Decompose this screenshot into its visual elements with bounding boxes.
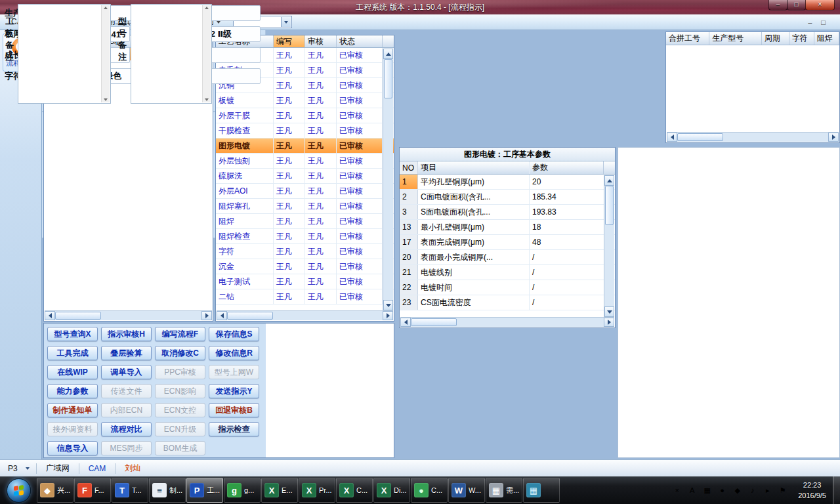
action-button[interactable]: 回退审核B [209,403,259,417]
tray-icon[interactable]: ◆ [732,486,742,495]
tray-icon[interactable]: ▦ [702,486,712,495]
tray-icon[interactable]: ● [717,486,727,495]
taskbar-button[interactable]: ◆ 兴... [37,478,74,503]
column-header-cycle[interactable]: 周期 [762,32,789,45]
taskbar-button[interactable]: X E... [261,478,298,503]
model-notes-textarea[interactable] [131,4,212,104]
process-table-row[interactable]: 外层干膜 王凡 王凡 已审核 [216,108,394,123]
action-button[interactable]: 叠层验算 [101,346,152,360]
product-table-hscrollbar[interactable] [45,310,212,320]
action-button[interactable]: ECN升级 [155,422,205,436]
process-table-row[interactable]: 板镀 王凡 王凡 已审核 [216,93,394,108]
merge-table-hscrollbar[interactable] [667,132,839,142]
taskbar-button[interactable]: ▦ [523,478,560,503]
column-header-no[interactable]: NO [400,161,418,174]
scrollbar-thumb[interactable] [411,318,457,326]
process-table-row[interactable]: 阻焊 王凡 王凡 已审核 [216,214,394,229]
start-button[interactable] [7,478,31,503]
params-table-row[interactable]: 2 C面电镀面积(含孔... 185.34 [400,190,615,205]
action-button[interactable]: 保存信息S [209,327,259,341]
process-table-row[interactable]: 字符 王凡 王凡 已审核 [216,244,394,259]
taskbar-button[interactable]: ▦ 需... [486,478,522,503]
params-table-row[interactable]: 23 CS面电流密度 / [400,295,615,310]
process-table-vscrollbar[interactable] [383,49,393,310]
scroll-down-button[interactable] [383,300,393,310]
action-button[interactable]: 取消修改C [155,346,205,360]
column-header-writer[interactable]: 编写 [274,35,305,47]
taskbar-button[interactable]: X Di... [373,478,410,503]
params-table-hscrollbar[interactable] [400,317,614,327]
process-table-row[interactable]: 阻焊检查 王凡 王凡 已审核 [216,229,394,244]
scrollbar-track[interactable] [723,133,828,142]
action-button[interactable]: 制作通知单 [47,403,98,417]
process-table-row[interactable]: 外层AOI 王凡 王凡 已审核 [216,184,394,199]
taskbar-button[interactable]: T T... [112,478,148,503]
action-button[interactable]: 信息导入 [47,441,98,455]
mdi-minimize-button[interactable]: – [808,18,812,26]
action-button[interactable]: MES同步 [101,441,152,455]
scroll-up-button[interactable] [604,175,614,186]
combobox-dropdown-button[interactable] [281,17,291,27]
scrollbar-thumb[interactable] [605,186,614,225]
params-table-row[interactable]: 22 电镀时间 / [400,280,615,295]
taskbar-button[interactable]: ● C... [411,478,448,503]
params-table-vscrollbar[interactable] [604,175,614,317]
taskbar-button[interactable]: ≡ 制... [149,478,186,503]
window-close-button[interactable]: × [805,0,835,10]
action-button[interactable]: 指示检查 [209,422,259,436]
action-button[interactable]: BOM生成 [155,441,205,455]
window-maximize-button[interactable]: □ [787,0,806,10]
scrollbar-track[interactable] [604,225,614,306]
scrollbar-thumb[interactable] [677,133,723,141]
column-header-legend[interactable]: 字符 [789,32,814,45]
taskbar-button[interactable]: X C... [336,478,373,503]
params-table-row[interactable]: 13 最小孔壁铜厚(μm) 18 [400,220,615,235]
taskbar-button[interactable]: P 工... [186,478,223,503]
taskbar-clock[interactable]: 22:23 2016/9/5 [791,480,833,501]
scroll-left-button[interactable] [45,311,55,320]
action-button[interactable]: 工具完成 [47,346,98,360]
show-desktop-button[interactable] [833,476,840,504]
action-button[interactable]: 发送指示Y [209,384,259,398]
window-minimize-button[interactable]: – [768,0,788,10]
action-button[interactable]: 指示审核H [101,327,152,341]
process-table-hscrollbar[interactable] [217,310,393,320]
params-table-row[interactable]: 1 平均孔壁铜厚(μm) 20 [400,175,615,190]
scroll-right-button[interactable] [604,318,614,327]
action-button[interactable]: 在线WIP [47,365,98,379]
process-table-row[interactable]: 阻焊塞孔 王凡 王凡 已审核 [216,199,394,214]
column-header-value[interactable]: 参数 [530,161,604,174]
scroll-up-button[interactable] [383,49,393,59]
action-button[interactable]: 传送文件 [101,384,152,398]
action-button[interactable]: ECN文控 [155,403,205,417]
taskbar-button[interactable]: W W... [448,478,485,503]
action-button[interactable]: 内部ECN [101,403,152,417]
process-table-row[interactable]: 外层蚀刻 王凡 王凡 已审核 [216,154,394,169]
tray-icon[interactable]: A [687,486,697,495]
tray-icon[interactable]: ♪ [747,486,757,495]
tray-icon[interactable]: × [672,486,682,495]
params-table-row[interactable]: 21 电镀线别 / [400,265,615,280]
process-table-row[interactable]: 干膜检查 王凡 王凡 已审核 [216,123,394,138]
params-table-row[interactable]: 20 表面最小完成铜厚(... / [400,250,615,265]
action-button[interactable]: 能力参数 [47,384,98,398]
scroll-down-button[interactable] [604,306,614,317]
scrollbar-thumb[interactable] [55,312,101,320]
process-table-row[interactable]: 图形电镀 王凡 王凡 已审核 [216,138,394,154]
tray-icon[interactable]: ▸ [763,486,772,495]
scroll-right-button[interactable] [828,133,839,142]
scrollbar-thumb[interactable] [227,312,273,320]
process-table-row[interactable]: 二钻 王凡 王凡 已审核 [216,289,394,304]
taskbar-button[interactable]: F F... [74,478,111,503]
process-table-row[interactable]: 电子测试 王凡 王凡 已审核 [216,274,394,289]
action-button[interactable]: 流程对比 [101,422,152,436]
process-table-row[interactable]: 沉金 王凡 王凡 已审核 [216,259,394,274]
taskbar-button[interactable]: g g... [224,478,261,503]
scrollbar-track[interactable] [383,98,393,300]
scroll-left-button[interactable] [667,133,677,142]
taskbar-button[interactable]: X Pr... [299,478,335,503]
process-table-row[interactable]: 硫脲洗 王凡 王凡 已审核 [216,169,394,184]
scroll-left-button[interactable] [217,311,227,320]
mdi-restore-button[interactable]: □ [821,18,826,26]
scroll-left-button[interactable] [400,318,411,327]
